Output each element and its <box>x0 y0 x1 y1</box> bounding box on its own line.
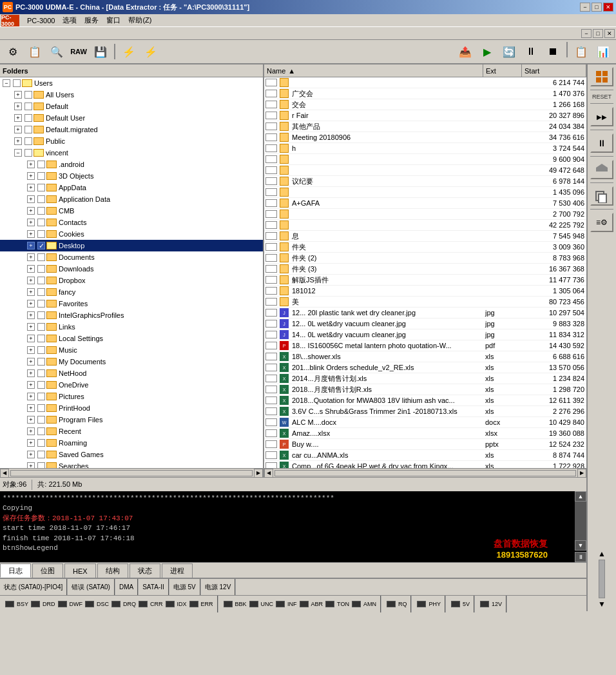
tool-refresh[interactable]: 🔄 <box>499 42 519 61</box>
row-check[interactable] <box>265 210 277 218</box>
tool-pause[interactable]: ⏸ <box>521 42 541 61</box>
row-check[interactable] <box>265 320 277 328</box>
tree-item-contacts[interactable]: + Contacts <box>0 217 263 228</box>
file-row[interactable]: h 3 724 544 <box>264 143 586 154</box>
tool-raw[interactable]: RAW <box>68 42 89 61</box>
row-check[interactable] <box>265 462 277 468</box>
tree-item-fancy[interactable]: + fancy <box>0 286 263 298</box>
expand-fancy[interactable]: + <box>27 288 35 296</box>
tree-item-users[interactable]: − Users <box>0 77 263 89</box>
expand-default[interactable]: + <box>14 103 22 110</box>
tree-item-savedgames[interactable]: + Saved Games <box>0 449 263 460</box>
tree-item-3dobjects[interactable]: + 3D Objects <box>0 170 263 182</box>
file-row[interactable]: 49 472 648 <box>264 165 586 176</box>
row-check[interactable] <box>265 221 277 229</box>
tree-item-pictures[interactable]: + Pictures <box>0 391 263 402</box>
tree-item-vincent[interactable]: − vincent <box>0 147 263 159</box>
minimize-button[interactable]: − <box>580 3 590 12</box>
expand-music[interactable]: + <box>27 346 35 354</box>
expand-allusers[interactable]: + <box>14 91 22 99</box>
file-row[interactable]: X car cu...ANMA.xls xls 8 874 744 <box>264 450 586 461</box>
file-row[interactable]: 42 225 792 <box>264 220 586 231</box>
tree-item-android[interactable]: + .android <box>0 159 263 170</box>
tree-item-public[interactable]: + Public <box>0 135 263 147</box>
expand-mydocs[interactable]: + <box>27 358 35 366</box>
check-music[interactable] <box>37 346 45 354</box>
file-row[interactable]: X Comp...of 6G 4peak HP wet & dry vac fr… <box>264 461 586 468</box>
file-row[interactable]: W ALC M....docx docx 10 429 840 <box>264 417 586 428</box>
tab-hex[interactable]: HEX <box>64 563 96 578</box>
tree-item-links[interactable]: + Links <box>0 321 263 333</box>
row-check[interactable] <box>265 265 277 273</box>
expand-contacts[interactable]: + <box>27 219 35 226</box>
tool-stats[interactable]: 📊 <box>593 42 613 61</box>
check-appdata[interactable] <box>37 184 45 191</box>
log-scroll-up[interactable]: ▲ <box>575 491 586 502</box>
tool-action1[interactable]: ⚡ <box>119 42 139 61</box>
row-check[interactable] <box>265 342 277 349</box>
menu-pc3000[interactable]: PC-3000 <box>23 15 59 26</box>
row-check[interactable] <box>265 166 277 174</box>
row-check[interactable] <box>265 90 277 97</box>
row-check[interactable] <box>265 451 277 459</box>
expand-3dobjects[interactable]: + <box>27 172 35 180</box>
check-links[interactable] <box>37 323 45 331</box>
tree-item-intel[interactable]: + IntelGraphicsProfiles <box>0 309 263 321</box>
file-row[interactable]: 议纪要 6 978 144 <box>264 176 586 187</box>
row-check[interactable] <box>265 375 277 382</box>
expand-links[interactable]: + <box>27 323 35 331</box>
tool-play[interactable]: ▶ <box>477 42 497 61</box>
mdi-restore-btn[interactable]: □ <box>593 29 603 38</box>
file-row[interactable]: J 12... 0L wet&dry vacuum cleaner.jpg jp… <box>264 318 586 329</box>
tree-item-favorites[interactable]: + Favorites <box>0 298 263 309</box>
file-row[interactable]: X 18\...shower.xls xls 6 688 616 <box>264 351 586 362</box>
file-row[interactable]: P 18... IS160056C metal lantern photo qu… <box>264 340 586 351</box>
sidebar-btn-copy[interactable] <box>590 186 613 206</box>
row-check[interactable] <box>265 309 277 317</box>
check-localsettings[interactable] <box>37 335 45 342</box>
file-row[interactable]: 181012 1 305 064 <box>264 286 586 297</box>
tool-settings[interactable]: ⚙ <box>3 42 23 61</box>
file-row[interactable]: 9 600 904 <box>264 154 586 165</box>
row-check[interactable] <box>265 353 277 360</box>
tree-item-localsettings[interactable]: + Local Settings <box>0 333 263 344</box>
tab-process[interactable]: 进程 <box>162 563 193 578</box>
file-row[interactable]: 其他产品 24 034 384 <box>264 121 586 132</box>
tool-upload[interactable]: 📤 <box>455 42 476 61</box>
check-default[interactable] <box>24 103 32 110</box>
file-list[interactable]: 6 214 744 广交会 1 470 376 交会 1 2 <box>264 77 586 468</box>
tree-item-printhood[interactable]: + PrintHood <box>0 402 263 414</box>
tree-item-default[interactable]: + Default <box>0 101 263 112</box>
expand-recent[interactable]: + <box>27 427 35 435</box>
tree-item-onedrive[interactable]: + OneDrive <box>0 379 263 391</box>
col-ext[interactable]: Ext <box>483 64 522 77</box>
close-button[interactable]: ✕ <box>603 3 613 12</box>
expand-nethood[interactable]: + <box>27 369 35 377</box>
log-pause[interactable]: ⏸ <box>575 552 586 562</box>
scroll-left-btn[interactable]: ◀ <box>0 469 9 478</box>
row-check[interactable] <box>265 112 277 119</box>
file-row[interactable]: 解版JS插件 11 477 736 <box>264 275 586 286</box>
tree-item-cookies[interactable]: + Cookies <box>0 228 263 240</box>
row-check[interactable] <box>265 144 277 152</box>
tree-item-allusers[interactable]: + All Users <box>0 89 263 101</box>
tree-item-cmb[interactable]: + CMB <box>0 205 263 217</box>
sidebar-btn-2[interactable]: ▶▶ <box>590 107 613 126</box>
tree-item-defaultmigrated[interactable]: + Default.migrated <box>0 124 263 135</box>
row-check[interactable] <box>265 177 277 185</box>
mdi-min-btn[interactable]: − <box>581 29 592 38</box>
expand-savedgames[interactable]: + <box>27 451 35 458</box>
tool-search[interactable]: 🔍 <box>46 42 67 61</box>
tree-item-dropbox[interactable]: + Dropbox <box>0 275 263 286</box>
expand-pictures[interactable]: + <box>27 393 35 400</box>
sidebar-btn-3[interactable] <box>590 160 613 179</box>
col-start[interactable]: Start <box>522 64 586 77</box>
mdi-close-btn[interactable]: ✕ <box>604 29 615 38</box>
check-cookies[interactable] <box>37 230 45 238</box>
menu-options[interactable]: 选项 <box>59 14 81 26</box>
expand-android[interactable]: + <box>27 161 35 168</box>
row-check[interactable] <box>265 188 277 196</box>
row-check[interactable] <box>265 386 277 393</box>
row-check[interactable] <box>265 243 277 251</box>
sidebar-scroll-up[interactable]: ▲ <box>598 549 606 558</box>
